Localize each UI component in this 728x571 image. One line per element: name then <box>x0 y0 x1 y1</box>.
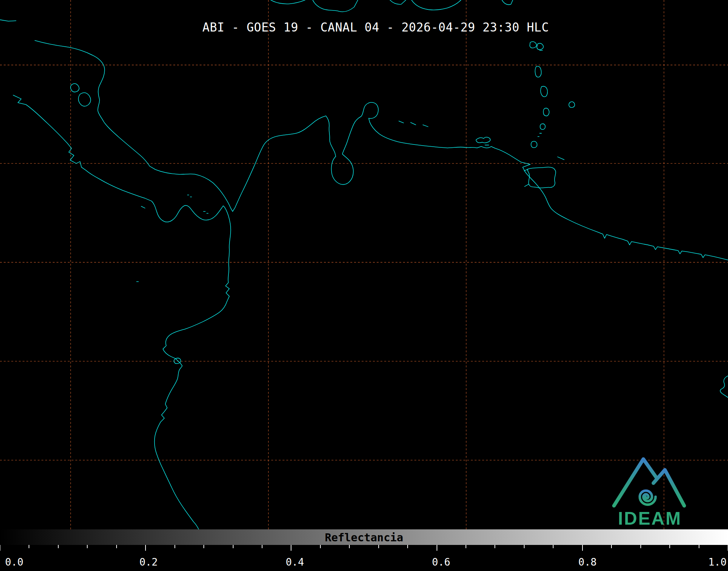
ideam-logo: IDEAM <box>610 445 689 529</box>
colorbar-tick-label: 0.2 <box>139 556 158 568</box>
colorbar-tick-label: 1.0 <box>708 556 727 568</box>
colorbar-label: Reflectancia <box>325 531 403 543</box>
colorbar-tick-label: 0.0 <box>5 556 24 568</box>
colorbar-tick-label: 0.6 <box>432 556 450 568</box>
ideam-logo-text: IDEAM <box>610 509 689 528</box>
colorbar-gradient: Reflectancia <box>0 529 728 545</box>
satellite-map: ABI - GOES 19 - CANAL 04 - 2026-04-29 23… <box>0 0 728 529</box>
reflectance-colorbar: Reflectancia 0.0 0.2 0.4 0.6 0.8 1.0 <box>0 529 728 571</box>
satellite-viewer: ABI - GOES 19 - CANAL 04 - 2026-04-29 23… <box>0 0 728 571</box>
colorbar-tick-label: 0.8 <box>578 556 597 568</box>
colorbar-ticks: 0.0 0.2 0.4 0.6 0.8 1.0 <box>0 545 728 571</box>
mountain-spiral-icon <box>610 445 689 509</box>
colorbar-tick-label: 0.4 <box>286 556 304 568</box>
image-title: ABI - GOES 19 - CANAL 04 - 2026-04-29 23… <box>202 20 549 34</box>
